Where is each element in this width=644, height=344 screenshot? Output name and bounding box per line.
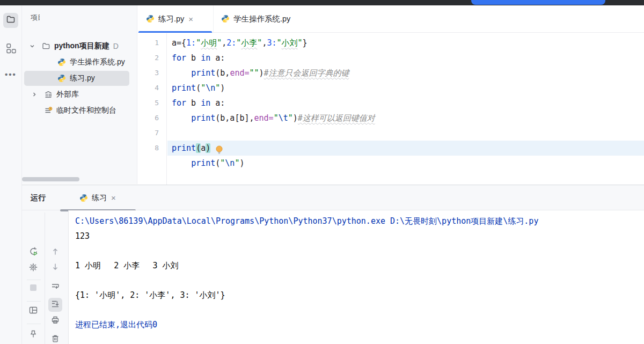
code-line[interactable]: print(b,a[b],end="\t")#这样可以返回键值对: [172, 111, 644, 126]
structure-tool-button[interactable]: [3, 42, 18, 57]
tree-item-external-libraries[interactable]: 外部库: [22, 87, 137, 102]
line-number[interactable]: 7: [138, 126, 166, 141]
line-number[interactable]: 5: [138, 96, 166, 111]
console-exit-message: 进程已结束,退出代码0: [75, 318, 644, 333]
editor-gutter: 1 2 3 4 5 6 7 8: [138, 33, 167, 185]
chevron-down-icon[interactable]: [30, 43, 35, 49]
structure-icon: [5, 43, 16, 56]
console-line: 123: [75, 229, 644, 244]
code-editor[interactable]: 1 2 3 4 5 6 7 8 a={1:"小明",2:"小李",3:"小刘"}…: [138, 33, 644, 185]
code-area[interactable]: a={1:"小明",2:"小李",3:"小刘"} for b in a: pri…: [167, 33, 644, 185]
trash-icon: [50, 334, 60, 344]
code-line[interactable]: for b in a:: [172, 96, 644, 111]
pin-button[interactable]: [26, 328, 40, 342]
python-file-icon: [79, 194, 88, 202]
project-panel-title: 项目: [31, 13, 40, 23]
more-tools-button[interactable]: •••: [5, 70, 17, 79]
tree-item-label: 外部库: [56, 90, 79, 99]
notification-banner[interactable]: [471, 0, 605, 5]
code-line[interactable]: print(a): [172, 141, 644, 156]
settings-button[interactable]: [26, 261, 40, 275]
next-occurrence-button[interactable]: [48, 261, 62, 275]
python-file-icon: [146, 14, 155, 23]
project-tool-button[interactable]: [3, 13, 18, 28]
console-line: 1 小明 2 小李 3 小刘: [75, 259, 644, 274]
prev-occurrence-button[interactable]: [48, 246, 62, 260]
code-line[interactable]: for b in a:: [172, 50, 644, 65]
python-file-icon: [57, 58, 66, 67]
rerun-button[interactable]: [26, 245, 40, 259]
tree-item-project-root[interactable]: python项目新建 D: [22, 39, 137, 54]
tree-item-label: 临时文件和控制台: [56, 106, 116, 115]
run-tab-practice[interactable]: 练习 ×: [59, 185, 137, 210]
soft-wrap-icon: [50, 282, 60, 294]
tree-item-label: python项目新建: [54, 41, 109, 51]
code-line[interactable]: print("\n"): [172, 126, 644, 141]
line-number[interactable]: 8: [138, 141, 166, 156]
folder-icon: [42, 42, 50, 50]
scratches-icon: [44, 106, 53, 115]
stop-icon: [28, 283, 38, 295]
horizontal-scrollbar[interactable]: [22, 177, 79, 181]
tree-item-path-suffix: D: [113, 42, 119, 50]
line-number[interactable]: 6: [138, 111, 166, 126]
pin-icon: [28, 330, 38, 341]
rerun-icon: [28, 246, 39, 259]
layout-settings-button[interactable]: [26, 304, 40, 318]
tab-label: 练习.py: [158, 14, 184, 24]
code-line[interactable]: print("\n"): [172, 80, 644, 96]
console-output[interactable]: C:\Users\86139\AppData\Local\Programs\Py…: [69, 210, 644, 344]
python-file-icon: [221, 14, 230, 23]
code-line[interactable]: print(b,end="")#注意只会返回字典的键: [172, 65, 644, 80]
editor-tab-bar: 练习.py × 学生操作系统.py: [138, 5, 644, 33]
line-number[interactable]: 4: [138, 80, 166, 96]
stop-button: [26, 282, 40, 296]
console-line: {1: '小明', 2: '小李', 3: '小刘'}: [75, 288, 644, 303]
tab-student-py[interactable]: 学生操作系统.py: [213, 5, 303, 32]
intention-bulb-icon[interactable]: [177, 129, 185, 137]
tree-item-label: 学生操作系统.py: [70, 57, 125, 67]
line-number[interactable]: 2: [138, 50, 166, 65]
clear-console-button[interactable]: [48, 333, 62, 344]
tab-practice-py[interactable]: 练习.py ×: [138, 5, 212, 32]
tree-item-student-file[interactable]: 学生操作系统.py: [22, 55, 137, 70]
run-tab-label: 练习: [92, 193, 107, 203]
tree-item-label: 练习.py: [70, 74, 95, 83]
tree-item-practice-file-selected[interactable]: 练习.py: [22, 71, 137, 86]
close-icon[interactable]: ×: [188, 15, 194, 23]
layout-icon: [28, 305, 38, 317]
printer-icon: [50, 315, 60, 327]
active-tab-underline: [138, 31, 212, 33]
window-title-bar: [0, 0, 644, 5]
line-number[interactable]: 3: [138, 65, 166, 80]
more-icon: •••: [5, 70, 17, 79]
run-panel-title: 运行: [31, 185, 46, 210]
tree-item-scratches[interactable]: 临时文件和控制台: [22, 103, 137, 118]
scroll-to-end-icon: [50, 299, 60, 311]
library-icon: [44, 90, 53, 99]
run-toolbar: [22, 210, 68, 344]
run-tab-bar: 运行 练习 ×: [22, 185, 644, 210]
console-line: [75, 273, 644, 288]
folder-icon: [6, 14, 16, 26]
soft-wrap-button[interactable]: [48, 281, 62, 295]
left-tool-strip: •••: [0, 5, 22, 344]
scroll-to-end-button[interactable]: [48, 298, 62, 312]
console-line: [75, 303, 644, 318]
project-panel: 项目 python项目新建 D 学生操作系统.py: [22, 5, 137, 184]
console-line: [75, 244, 644, 259]
arrow-down-icon: [50, 262, 60, 274]
tab-label: 学生操作系统.py: [233, 14, 290, 24]
code-line[interactable]: a={1:"小明",2:"小李",3:"小刘"}: [172, 35, 644, 50]
close-icon[interactable]: ×: [111, 194, 116, 202]
toolbar-divider: [45, 213, 45, 344]
line-number[interactable]: 1: [138, 35, 166, 50]
run-tool-window: 运行 练习 ×: [22, 185, 644, 344]
print-button[interactable]: [48, 314, 62, 328]
python-file-icon: [57, 74, 66, 83]
chevron-right-icon[interactable]: [32, 92, 37, 97]
gear-icon: [28, 262, 38, 274]
console-command-line: C:\Users\86139\AppData\Local\Programs\Py…: [75, 214, 644, 229]
arrow-up-icon: [50, 247, 60, 259]
